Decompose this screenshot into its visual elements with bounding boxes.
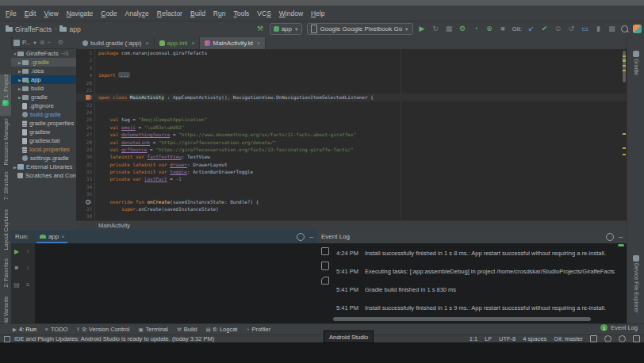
up-stack-trace-button[interactable]: ↑ [23, 248, 33, 255]
tree-item-giraffefacts[interactable]: ▼GiraffeFacts~/S [11, 49, 76, 58]
tree-item-gradle-properties[interactable]: gradle.properties [11, 119, 76, 128]
code-editor[interactable]: 1package com.naranjaconsal.giraffefacts2… [76, 49, 627, 220]
stripe-gradle[interactable]: Gradle [630, 51, 642, 82]
event-log-settings-wrench-icon[interactable] [321, 277, 329, 285]
locate-file-button[interactable]: ⊗ [40, 39, 45, 46]
menu-analyze[interactable]: Analyze [125, 10, 149, 17]
minimize-icon[interactable]: – [309, 233, 313, 241]
stripe-1-project[interactable]: 1: Project [0, 75, 11, 116]
override-gutter-icon[interactable] [86, 200, 90, 204]
tab-build-gradle-app-[interactable]: build.gradle (:app)× [78, 37, 155, 49]
stripe-resource-manager[interactable]: Resource Manager [0, 118, 11, 167]
toolwindow-6-logcat[interactable]: ▤6: Logcat [205, 326, 237, 333]
inspection-icon[interactable] [619, 335, 626, 342]
profile-avatar[interactable] [633, 25, 642, 33]
down-stack-trace-button[interactable]: ↓ [23, 264, 33, 271]
menu-navigate[interactable]: Navigate [67, 10, 94, 17]
menu-window[interactable]: Window [279, 10, 303, 17]
device-manager-button[interactable]: ▮ [594, 25, 603, 32]
event-log-hscrollbar[interactable] [333, 317, 591, 321]
status-utf-8[interactable]: UTF-8 [499, 335, 516, 342]
debug-button[interactable]: ⚙ [458, 25, 467, 32]
rerun-button[interactable]: ▶ [12, 248, 21, 255]
collapse-all-button[interactable]: ÷ [47, 39, 50, 46]
tab-mainactivity-kt[interactable]: MainActivity.kt× [200, 37, 266, 49]
gear-icon[interactable] [297, 233, 305, 241]
event-log-toggle-button[interactable]: 1 Event Log [600, 324, 638, 331]
menu-view[interactable]: View [44, 10, 58, 17]
menu-help[interactable]: Help [311, 10, 324, 17]
toggle-toolwindows-icon[interactable] [4, 336, 10, 342]
run-configuration-selector[interactable]: app ▼ [270, 23, 303, 35]
git-commit-button[interactable]: ✔ [540, 25, 549, 32]
sdk-manager-button[interactable]: ▩ [608, 25, 616, 32]
clear-log-trash-icon[interactable] [321, 262, 329, 270]
close-icon[interactable]: × [61, 234, 64, 239]
status-lf[interactable]: LF [485, 335, 492, 342]
tree-item--idea[interactable]: ▶.idea [11, 67, 76, 75]
menu-code[interactable]: Code [101, 10, 117, 17]
memory-indicator-icon[interactable] [633, 335, 640, 342]
toolwindow-terminal[interactable]: ▣Terminal [138, 326, 168, 333]
close-icon[interactable]: × [145, 40, 148, 46]
toolwindow-build[interactable]: ⚒Build [177, 326, 197, 333]
git-history-button[interactable]: ⊙ [554, 25, 562, 32]
tree-item--gitignore[interactable]: .gitignore [11, 101, 76, 110]
close-icon[interactable]: × [191, 40, 194, 46]
panel-settings-gear-icon[interactable]: ⚙ [58, 39, 63, 46]
toolwindow-todo[interactable]: ≡TODO [45, 326, 67, 333]
tab-app-iml[interactable]: app.iml× [155, 37, 201, 49]
git-rollback-button[interactable]: ↺ [567, 25, 576, 32]
breadcrumb[interactable]: MainActivity [98, 222, 130, 229]
tree-item-gradlew[interactable]: gradlew [11, 128, 76, 136]
status-1-1[interactable]: 1:1 [470, 335, 477, 342]
status-message[interactable]: IDE and Plugin Updates: Android Studio i… [14, 335, 214, 342]
tree-item-external-libraries[interactable]: ▶External Libraries [11, 162, 76, 171]
tree-item-gradlew-bat[interactable]: gradlew.bat [11, 136, 76, 145]
attach-debugger-button[interactable]: ⊕ [485, 25, 494, 32]
toolwindow-4-run[interactable]: ▶4: Run [13, 326, 36, 333]
close-icon[interactable]: × [257, 40, 260, 46]
minimize-icon[interactable]: – [619, 233, 623, 241]
menu-edit[interactable]: Edit [25, 10, 36, 17]
menu-vcs[interactable]: VCS [257, 10, 270, 17]
search-everywhere-icon[interactable] [621, 25, 628, 32]
tree-item-build-gradle[interactable]: build.gradle [11, 110, 76, 119]
toolwindow-9-version-control[interactable]: Y9: Version Control [76, 326, 129, 333]
tree-item-scratches-and-consoles[interactable]: Scratches and Consoles [11, 171, 76, 180]
class-gutter-icon[interactable] [86, 95, 90, 100]
tree-item-build[interactable]: ▶build [11, 84, 76, 93]
tree-item--gradle[interactable]: ▶.gradle [11, 58, 76, 67]
stripe-2-favorites[interactable]: 2: Favorites [0, 258, 11, 293]
make-project-hammer-icon[interactable]: ⚒ [256, 25, 265, 32]
gear-icon[interactable] [606, 233, 614, 241]
apply-changes-button[interactable]: ↻ [431, 25, 440, 32]
tree-item-settings-gradle[interactable]: settings.gradle [11, 154, 76, 162]
soft-wrap-button[interactable]: ≡ [23, 281, 33, 288]
menu-file[interactable]: File [6, 10, 17, 17]
tree-item-app[interactable]: ▶app [11, 75, 76, 84]
stripe-layout-captures[interactable]: Layout Captures [0, 209, 11, 254]
git-update-button[interactable]: ↙ [527, 25, 535, 32]
stripe-7-structure[interactable]: 7: Structure [0, 171, 11, 206]
device-file-explorer-button[interactable]: ▭ [581, 25, 589, 32]
run-button[interactable]: ▶ [418, 25, 427, 32]
mark-all-read-icon[interactable] [321, 247, 329, 255]
breadcrumb-giraffefacts[interactable]: GiraffeFacts [6, 25, 52, 33]
stripe-device-file-explorer[interactable]: Device File Explorer [630, 255, 642, 317]
highlight-level-icon[interactable] [604, 335, 611, 342]
tree-item-gradle[interactable]: ▶gradle [11, 93, 76, 101]
menu-refactor[interactable]: Refactor [157, 10, 182, 17]
status-4-spaces[interactable]: 4 spaces [523, 335, 546, 342]
event-log-vscroll-thumb[interactable] [618, 244, 624, 246]
status-git-master[interactable]: Git: master [554, 335, 583, 342]
run-tab-app[interactable]: app × [36, 230, 67, 243]
project-view-selector[interactable]: P... [22, 39, 30, 46]
lock-icon[interactable] [590, 335, 597, 342]
menu-tools[interactable]: Tools [233, 10, 249, 17]
tree-item-local-properties[interactable]: local.properties [11, 145, 76, 154]
device-selector[interactable]: Google Google Pixelbook Go ▼ [307, 23, 412, 35]
breadcrumb-app[interactable]: app [59, 25, 80, 33]
restart-activity-button[interactable]: ▤ [12, 281, 21, 288]
apply-code-changes-button[interactable]: ▦ [445, 25, 454, 32]
